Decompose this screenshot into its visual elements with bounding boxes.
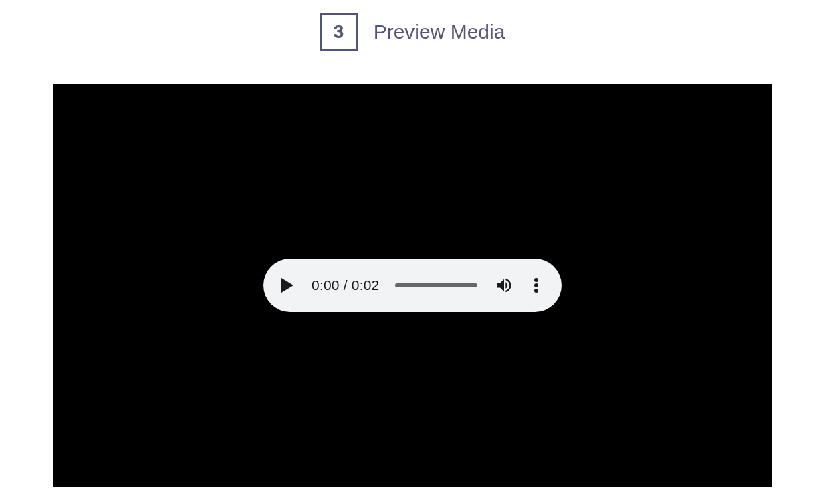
media-preview-area: 0:00 / 0:02 bbox=[53, 84, 772, 487]
step-title: Preview Media bbox=[374, 21, 505, 43]
seek-slider[interactable] bbox=[395, 283, 477, 287]
volume-icon bbox=[495, 276, 513, 295]
play-button[interactable] bbox=[275, 273, 300, 297]
svg-point-2 bbox=[534, 289, 538, 293]
svg-point-0 bbox=[534, 278, 538, 282]
time-display: 0:00 / 0:02 bbox=[312, 277, 379, 293]
play-icon bbox=[280, 277, 295, 293]
step-header: 3 Preview Media bbox=[0, 0, 825, 51]
media-controls-bar: 0:00 / 0:02 bbox=[263, 259, 562, 312]
step-number-box: 3 bbox=[320, 13, 358, 51]
volume-button[interactable] bbox=[493, 275, 515, 296]
current-time: 0:00 bbox=[312, 277, 340, 293]
step-number: 3 bbox=[334, 21, 344, 43]
time-separator: / bbox=[340, 277, 352, 293]
more-options-button[interactable] bbox=[527, 275, 546, 296]
svg-point-1 bbox=[534, 283, 538, 287]
total-time: 0:02 bbox=[352, 277, 380, 293]
kebab-menu-icon bbox=[534, 277, 539, 293]
